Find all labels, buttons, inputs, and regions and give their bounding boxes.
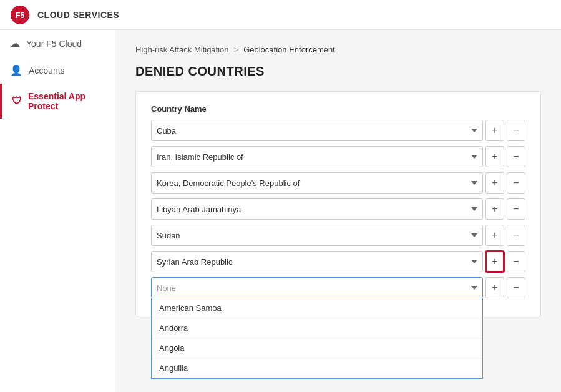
- country-select-sudan[interactable]: Sudan: [151, 225, 483, 246]
- add-button-cuba[interactable]: +: [485, 120, 504, 141]
- sidebar-item-label: Accounts: [29, 66, 65, 76]
- dropdown-list: American Samoa Andorra Angola Anguilla: [151, 298, 483, 379]
- sidebar-item-essential-app-protect[interactable]: 🛡 Essential App Protect: [0, 84, 115, 119]
- list-item[interactable]: Andorra: [152, 318, 482, 338]
- sidebar-item-label: Your F5 Cloud: [26, 39, 82, 49]
- accounts-icon: 👤: [10, 64, 22, 76]
- sidebar-item-label: Essential App Protect: [28, 91, 105, 111]
- main-content: High-risk Attack Mitigation > Geolocatio…: [115, 30, 561, 392]
- sidebar-item-accounts[interactable]: 👤 Accounts: [0, 57, 115, 84]
- dropdown-container: None American Samoa Andorra Angola Angui…: [151, 277, 483, 298]
- country-select-cuba[interactable]: Cuba: [151, 120, 483, 141]
- remove-button-sudan[interactable]: −: [507, 225, 525, 246]
- list-item[interactable]: American Samoa: [152, 298, 482, 318]
- remove-button-syria[interactable]: −: [507, 251, 525, 272]
- remove-button-cuba[interactable]: −: [507, 120, 525, 141]
- country-row: Cuba + −: [151, 120, 525, 141]
- add-button-sudan[interactable]: +: [485, 225, 504, 246]
- country-select-korea[interactable]: Korea, Democratic People's Republic of: [151, 172, 483, 194]
- add-button-new[interactable]: +: [485, 277, 504, 298]
- new-country-select[interactable]: None American Samoa Andorra Angola Angui…: [151, 277, 483, 298]
- new-country-row: None American Samoa Andorra Angola Angui…: [151, 277, 525, 298]
- content-panel: Country Name Cuba + − Iran, Islamic Repu…: [135, 91, 541, 316]
- country-select-libya[interactable]: Libyan Arab Jamahiriya: [151, 198, 483, 220]
- sidebar: ☁ Your F5 Cloud 👤 Accounts 🛡 Essential A…: [0, 30, 115, 392]
- breadcrumb-separator: >: [234, 45, 239, 54]
- page-title: DENIED COUNTRIES: [135, 64, 541, 79]
- remove-button-libya[interactable]: −: [507, 198, 525, 220]
- top-nav: F5 CLOUD SERVICES: [0, 0, 561, 30]
- breadcrumb-current: Geolocation Enforcement: [243, 45, 335, 54]
- country-select-iran[interactable]: Iran, Islamic Republic of: [151, 146, 483, 167]
- breadcrumb-parent[interactable]: High-risk Attack Mitigation: [135, 45, 229, 54]
- svg-text:F5: F5: [15, 11, 24, 20]
- app-title: CLOUD SERVICES: [37, 10, 119, 20]
- country-row: Libyan Arab Jamahiriya + −: [151, 198, 525, 220]
- remove-button-iran[interactable]: −: [507, 146, 525, 167]
- breadcrumb: High-risk Attack Mitigation > Geolocatio…: [135, 45, 541, 54]
- sidebar-item-your-f5-cloud[interactable]: ☁ Your F5 Cloud: [0, 30, 115, 57]
- f5-logo: F5: [10, 5, 30, 25]
- cloud-icon: ☁: [10, 37, 20, 49]
- list-item[interactable]: Anguilla: [152, 358, 482, 378]
- add-button-iran[interactable]: +: [485, 146, 504, 167]
- column-header: Country Name: [151, 104, 525, 114]
- add-button-korea[interactable]: +: [485, 172, 504, 194]
- add-button-libya[interactable]: +: [485, 198, 504, 220]
- country-row: Iran, Islamic Republic of + −: [151, 146, 525, 167]
- country-row-syria: Syrian Arab Republic + −: [151, 251, 525, 272]
- country-row: Korea, Democratic People's Republic of +…: [151, 172, 525, 194]
- remove-button-new[interactable]: −: [507, 277, 525, 298]
- list-item[interactable]: Angola: [152, 338, 482, 358]
- shield-icon: 🛡: [12, 96, 22, 107]
- add-button-syria[interactable]: +: [485, 251, 504, 272]
- country-select-syria[interactable]: Syrian Arab Republic: [151, 251, 483, 272]
- remove-button-korea[interactable]: −: [507, 172, 525, 194]
- country-row: Sudan + −: [151, 225, 525, 246]
